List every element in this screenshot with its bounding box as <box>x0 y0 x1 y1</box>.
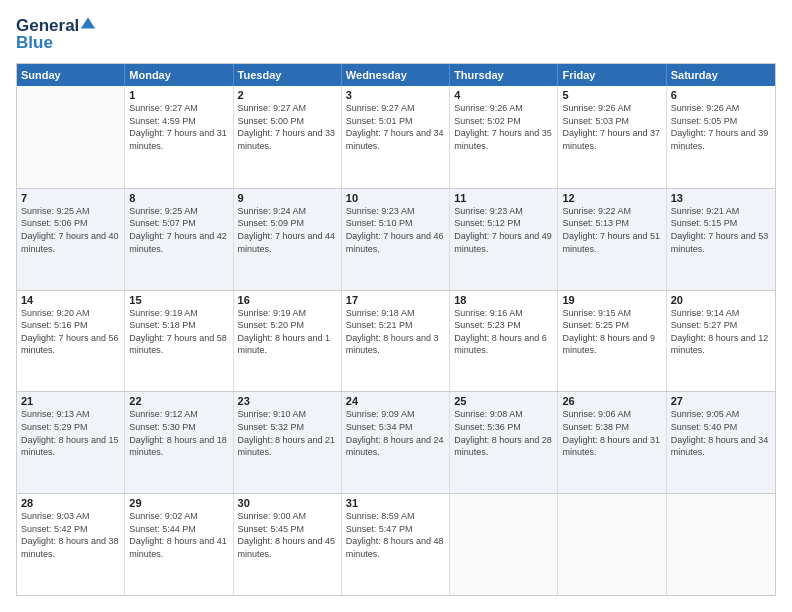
col-header-friday: Friday <box>558 64 666 86</box>
cell-day: 21 <box>21 395 120 407</box>
calendar-cell: 24Sunrise: 9:09 AM Sunset: 5:34 PM Dayli… <box>342 392 450 493</box>
cell-day: 19 <box>562 294 661 306</box>
cell-day: 11 <box>454 192 553 204</box>
cell-info: Sunrise: 9:05 AM Sunset: 5:40 PM Dayligh… <box>671 408 771 458</box>
cell-day: 5 <box>562 89 661 101</box>
cell-info: Sunrise: 9:12 AM Sunset: 5:30 PM Dayligh… <box>129 408 228 458</box>
calendar-cell: 30Sunrise: 9:00 AM Sunset: 5:45 PM Dayli… <box>234 494 342 595</box>
cell-day: 15 <box>129 294 228 306</box>
cell-info: Sunrise: 9:18 AM Sunset: 5:21 PM Dayligh… <box>346 307 445 357</box>
calendar-cell: 21Sunrise: 9:13 AM Sunset: 5:29 PM Dayli… <box>17 392 125 493</box>
cell-day: 12 <box>562 192 661 204</box>
cell-day: 22 <box>129 395 228 407</box>
calendar-cell: 11Sunrise: 9:23 AM Sunset: 5:12 PM Dayli… <box>450 189 558 290</box>
calendar-cell: 5Sunrise: 9:26 AM Sunset: 5:03 PM Daylig… <box>558 86 666 188</box>
calendar-cell: 14Sunrise: 9:20 AM Sunset: 5:16 PM Dayli… <box>17 291 125 392</box>
calendar-cell: 13Sunrise: 9:21 AM Sunset: 5:15 PM Dayli… <box>667 189 775 290</box>
calendar-cell: 27Sunrise: 9:05 AM Sunset: 5:40 PM Dayli… <box>667 392 775 493</box>
cell-day: 25 <box>454 395 553 407</box>
svg-marker-0 <box>81 17 95 28</box>
calendar-week-1: 7Sunrise: 9:25 AM Sunset: 5:06 PM Daylig… <box>17 188 775 290</box>
cell-day: 13 <box>671 192 771 204</box>
cell-info: Sunrise: 9:19 AM Sunset: 5:20 PM Dayligh… <box>238 307 337 357</box>
cell-day: 16 <box>238 294 337 306</box>
cell-day: 23 <box>238 395 337 407</box>
cell-info: Sunrise: 9:00 AM Sunset: 5:45 PM Dayligh… <box>238 510 337 560</box>
cell-info: Sunrise: 9:06 AM Sunset: 5:38 PM Dayligh… <box>562 408 661 458</box>
calendar-cell: 16Sunrise: 9:19 AM Sunset: 5:20 PM Dayli… <box>234 291 342 392</box>
calendar-cell: 12Sunrise: 9:22 AM Sunset: 5:13 PM Dayli… <box>558 189 666 290</box>
col-header-sunday: Sunday <box>17 64 125 86</box>
calendar: SundayMondayTuesdayWednesdayThursdayFrid… <box>16 63 776 596</box>
cell-info: Sunrise: 9:27 AM Sunset: 5:01 PM Dayligh… <box>346 102 445 152</box>
calendar-cell: 7Sunrise: 9:25 AM Sunset: 5:06 PM Daylig… <box>17 189 125 290</box>
calendar-cell: 29Sunrise: 9:02 AM Sunset: 5:44 PM Dayli… <box>125 494 233 595</box>
cell-info: Sunrise: 9:26 AM Sunset: 5:02 PM Dayligh… <box>454 102 553 152</box>
calendar-cell: 2Sunrise: 9:27 AM Sunset: 5:00 PM Daylig… <box>234 86 342 188</box>
col-header-thursday: Thursday <box>450 64 558 86</box>
col-header-tuesday: Tuesday <box>234 64 342 86</box>
cell-info: Sunrise: 9:27 AM Sunset: 5:00 PM Dayligh… <box>238 102 337 152</box>
calendar-cell: 15Sunrise: 9:19 AM Sunset: 5:18 PM Dayli… <box>125 291 233 392</box>
cell-info: Sunrise: 9:09 AM Sunset: 5:34 PM Dayligh… <box>346 408 445 458</box>
calendar-cell <box>558 494 666 595</box>
calendar-cell: 20Sunrise: 9:14 AM Sunset: 5:27 PM Dayli… <box>667 291 775 392</box>
cell-day: 2 <box>238 89 337 101</box>
cell-day: 17 <box>346 294 445 306</box>
calendar-cell: 18Sunrise: 9:16 AM Sunset: 5:23 PM Dayli… <box>450 291 558 392</box>
calendar-week-4: 28Sunrise: 9:03 AM Sunset: 5:42 PM Dayli… <box>17 493 775 595</box>
cell-info: Sunrise: 9:25 AM Sunset: 5:07 PM Dayligh… <box>129 205 228 255</box>
calendar-cell: 19Sunrise: 9:15 AM Sunset: 5:25 PM Dayli… <box>558 291 666 392</box>
cell-info: Sunrise: 9:14 AM Sunset: 5:27 PM Dayligh… <box>671 307 771 357</box>
cell-day: 14 <box>21 294 120 306</box>
cell-info: Sunrise: 9:20 AM Sunset: 5:16 PM Dayligh… <box>21 307 120 357</box>
cell-day: 24 <box>346 395 445 407</box>
cell-day: 31 <box>346 497 445 509</box>
calendar-cell: 17Sunrise: 9:18 AM Sunset: 5:21 PM Dayli… <box>342 291 450 392</box>
calendar-cell: 9Sunrise: 9:24 AM Sunset: 5:09 PM Daylig… <box>234 189 342 290</box>
cell-info: Sunrise: 8:59 AM Sunset: 5:47 PM Dayligh… <box>346 510 445 560</box>
cell-day: 20 <box>671 294 771 306</box>
calendar-cell: 25Sunrise: 9:08 AM Sunset: 5:36 PM Dayli… <box>450 392 558 493</box>
cell-info: Sunrise: 9:26 AM Sunset: 5:05 PM Dayligh… <box>671 102 771 152</box>
cell-info: Sunrise: 9:27 AM Sunset: 4:59 PM Dayligh… <box>129 102 228 152</box>
calendar-cell: 10Sunrise: 9:23 AM Sunset: 5:10 PM Dayli… <box>342 189 450 290</box>
cell-day: 18 <box>454 294 553 306</box>
calendar-week-3: 21Sunrise: 9:13 AM Sunset: 5:29 PM Dayli… <box>17 391 775 493</box>
cell-info: Sunrise: 9:15 AM Sunset: 5:25 PM Dayligh… <box>562 307 661 357</box>
logo: General Blue <box>16 16 96 53</box>
cell-info: Sunrise: 9:23 AM Sunset: 5:12 PM Dayligh… <box>454 205 553 255</box>
cell-info: Sunrise: 9:19 AM Sunset: 5:18 PM Dayligh… <box>129 307 228 357</box>
calendar-header: SundayMondayTuesdayWednesdayThursdayFrid… <box>17 64 775 86</box>
cell-day: 6 <box>671 89 771 101</box>
cell-info: Sunrise: 9:21 AM Sunset: 5:15 PM Dayligh… <box>671 205 771 255</box>
cell-day: 27 <box>671 395 771 407</box>
col-header-monday: Monday <box>125 64 233 86</box>
cell-info: Sunrise: 9:25 AM Sunset: 5:06 PM Dayligh… <box>21 205 120 255</box>
page: General Blue SundayMondayTuesdayWednesda… <box>0 0 792 612</box>
calendar-cell: 6Sunrise: 9:26 AM Sunset: 5:05 PM Daylig… <box>667 86 775 188</box>
cell-info: Sunrise: 9:24 AM Sunset: 5:09 PM Dayligh… <box>238 205 337 255</box>
calendar-cell: 26Sunrise: 9:06 AM Sunset: 5:38 PM Dayli… <box>558 392 666 493</box>
cell-day: 3 <box>346 89 445 101</box>
header: General Blue <box>16 16 776 53</box>
logo-triangle-icon <box>80 15 96 31</box>
cell-info: Sunrise: 9:02 AM Sunset: 5:44 PM Dayligh… <box>129 510 228 560</box>
cell-info: Sunrise: 9:08 AM Sunset: 5:36 PM Dayligh… <box>454 408 553 458</box>
cell-day: 10 <box>346 192 445 204</box>
calendar-cell: 8Sunrise: 9:25 AM Sunset: 5:07 PM Daylig… <box>125 189 233 290</box>
calendar-cell <box>17 86 125 188</box>
calendar-cell: 23Sunrise: 9:10 AM Sunset: 5:32 PM Dayli… <box>234 392 342 493</box>
cell-info: Sunrise: 9:16 AM Sunset: 5:23 PM Dayligh… <box>454 307 553 357</box>
cell-info: Sunrise: 9:22 AM Sunset: 5:13 PM Dayligh… <box>562 205 661 255</box>
cell-info: Sunrise: 9:10 AM Sunset: 5:32 PM Dayligh… <box>238 408 337 458</box>
col-header-wednesday: Wednesday <box>342 64 450 86</box>
calendar-week-2: 14Sunrise: 9:20 AM Sunset: 5:16 PM Dayli… <box>17 290 775 392</box>
calendar-cell: 3Sunrise: 9:27 AM Sunset: 5:01 PM Daylig… <box>342 86 450 188</box>
cell-day: 8 <box>129 192 228 204</box>
cell-info: Sunrise: 9:13 AM Sunset: 5:29 PM Dayligh… <box>21 408 120 458</box>
calendar-cell: 4Sunrise: 9:26 AM Sunset: 5:02 PM Daylig… <box>450 86 558 188</box>
calendar-week-0: 1Sunrise: 9:27 AM Sunset: 4:59 PM Daylig… <box>17 86 775 188</box>
cell-day: 4 <box>454 89 553 101</box>
cell-day: 9 <box>238 192 337 204</box>
